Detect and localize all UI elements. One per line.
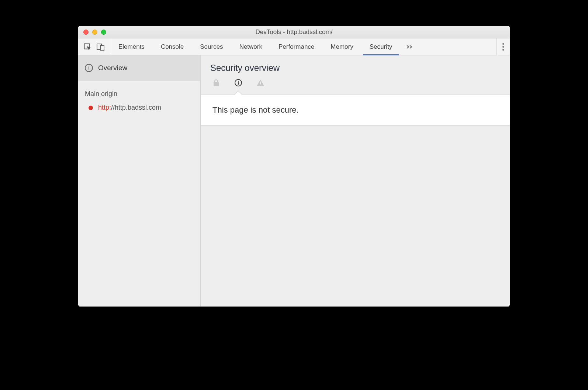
tab-label: Network [239, 43, 262, 51]
tab-label: Performance [279, 43, 314, 51]
tab-sources[interactable]: Sources [192, 38, 231, 55]
tab-network[interactable]: Network [231, 38, 270, 55]
tab-label: Security [370, 43, 392, 51]
lock-icon [212, 78, 221, 87]
tab-security[interactable]: Security [362, 38, 400, 55]
origin-url: http://http.badssl.com [98, 104, 161, 112]
tab-elements[interactable]: Elements [110, 38, 153, 55]
warning-icon [256, 78, 265, 87]
svg-rect-2 [100, 45, 104, 50]
security-state-insicator-icon [89, 106, 93, 110]
window-title: DevTools - http.badssl.com/ [78, 28, 510, 36]
toolbar-right-controls [496, 38, 510, 55]
origin-row[interactable]: http://http.badssl.com [78, 102, 200, 114]
security-message-card: This page is not secure. [201, 95, 510, 126]
devtools-window: DevTools - http.badssl.com/ Elements Con… [78, 26, 510, 307]
security-state-legend: i [201, 78, 510, 95]
minimize-window-button[interactable] [92, 30, 97, 35]
tab-label: Memory [331, 43, 353, 51]
info-icon: i [234, 78, 243, 87]
overview-label: Overview [98, 64, 127, 72]
close-window-button[interactable] [83, 30, 89, 35]
traffic-lights [78, 30, 106, 35]
security-overview-title: Security overview [201, 55, 510, 78]
tab-performance[interactable]: Performance [270, 38, 322, 55]
settings-menu-icon[interactable] [502, 43, 504, 51]
security-sidebar: Overview Main origin http://http.badssl.… [78, 55, 201, 307]
tab-label: Console [161, 43, 184, 51]
svg-rect-3 [214, 82, 219, 86]
panel-body: Overview Main origin http://http.badssl.… [78, 55, 510, 307]
origin-host: //http.badssl.com [111, 104, 161, 111]
tab-label: Elements [118, 43, 145, 51]
device-toolbar-icon[interactable] [97, 43, 105, 51]
zoom-window-button[interactable] [101, 30, 106, 35]
sidebar-section-label: Main origin [78, 81, 200, 102]
security-message-text: This page is not secure. [212, 105, 299, 114]
tab-label: Sources [200, 43, 223, 51]
tabs-overflow-icon[interactable] [400, 38, 419, 55]
inspect-element-icon[interactable] [83, 43, 91, 51]
svg-rect-4 [260, 82, 261, 84]
window-titlebar: DevTools - http.badssl.com/ [78, 26, 510, 38]
devtools-toolbar: Elements Console Sources Network Perform… [78, 38, 510, 55]
svg-rect-5 [260, 85, 261, 85]
devtools-tabs: Elements Console Sources Network Perform… [110, 38, 496, 55]
origin-scheme: http: [98, 104, 111, 111]
security-main-panel: Security overview i [201, 55, 510, 307]
tab-console[interactable]: Console [153, 38, 192, 55]
info-icon [85, 64, 93, 72]
toolbar-left-controls [78, 38, 110, 55]
tab-memory[interactable]: Memory [322, 38, 361, 55]
sidebar-overview-row[interactable]: Overview [78, 55, 200, 81]
